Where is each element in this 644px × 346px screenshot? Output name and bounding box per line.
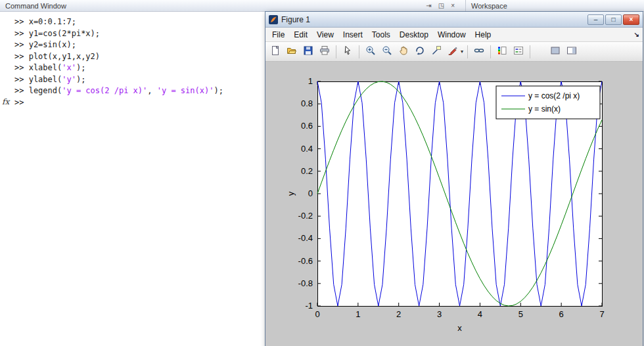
close-button[interactable]: ×	[623, 14, 639, 25]
show-plot-tools-button[interactable]	[564, 45, 579, 59]
svg-text:y = cos(2 /pi x): y = cos(2 /pi x)	[528, 91, 580, 100]
svg-text:y: y	[286, 191, 296, 196]
rotate-3d-button[interactable]	[413, 45, 427, 59]
figure-menubar: FileEditViewInsertToolsDesktopWindowHelp…	[265, 28, 643, 42]
code-text: );	[76, 75, 85, 84]
toolbar-separator	[490, 45, 491, 58]
code-text: );	[76, 63, 85, 72]
figure-window[interactable]: Figure 1 –□× FileEditViewInsertToolsDesk…	[265, 11, 643, 346]
zoom-in-button[interactable]	[363, 45, 378, 59]
insert-legend-icon	[513, 45, 524, 58]
svg-text:0.2: 0.2	[301, 166, 313, 176]
data-cursor-button[interactable]	[429, 45, 444, 59]
svg-text:-0.8: -0.8	[298, 278, 313, 288]
link-plot-icon	[474, 45, 484, 58]
toolbar-separator	[467, 45, 468, 58]
pan-icon	[398, 45, 409, 58]
svg-text:5: 5	[518, 309, 523, 319]
toolbar-separator	[359, 45, 359, 58]
insert-legend-button[interactable]	[511, 45, 526, 59]
code-text: >> x=0:0.1:7;	[14, 17, 76, 26]
code-text: >> y2=sin(x);	[14, 40, 76, 49]
code-text: >> ylabel(	[14, 75, 62, 84]
svg-text:-1: -1	[305, 301, 313, 311]
brush-icon	[448, 45, 458, 58]
pan-button[interactable]	[396, 45, 411, 59]
menu-item-insert[interactable]: Insert	[338, 29, 367, 41]
link-plot-button[interactable]	[472, 45, 486, 59]
svg-text:0.8: 0.8	[301, 98, 313, 108]
edit-plot-button[interactable]	[340, 45, 355, 59]
code-string: 'y = sin(x)'	[157, 86, 214, 95]
zoom-out-button[interactable]	[380, 45, 394, 59]
svg-text:-0.4: -0.4	[298, 233, 313, 243]
save-figure-button[interactable]	[301, 45, 315, 59]
code-string: 'y'	[62, 75, 76, 84]
zoom-out-icon	[382, 45, 392, 58]
menu-item-tools[interactable]: Tools	[367, 29, 395, 41]
menu-item-help[interactable]: Help	[471, 29, 496, 41]
figure-plot[interactable]: 01234567-1-0.8-0.6-0.4-0.200.20.40.60.81…	[265, 62, 643, 346]
new-figure-button[interactable]	[268, 45, 283, 59]
svg-text:0: 0	[315, 309, 319, 319]
figure-titlebar[interactable]: Figure 1 –□×	[265, 12, 643, 28]
insert-colorbar-icon	[497, 45, 507, 58]
open-file-icon	[287, 45, 297, 58]
command-window-title: Command Window	[5, 2, 66, 10]
show-plot-tools-icon	[566, 45, 577, 58]
code-string: 'x'	[62, 63, 76, 72]
svg-text:6: 6	[559, 309, 564, 319]
figure-toolbar: ▾	[265, 42, 643, 62]
svg-text:7: 7	[599, 309, 604, 319]
maximize-button[interactable]: □	[605, 14, 622, 25]
svg-text:0: 0	[308, 188, 313, 198]
dock-figure-icon[interactable]: ↘	[634, 31, 639, 38]
command-window-header-icons: ⇥◳×	[426, 1, 455, 11]
open-file-button[interactable]	[285, 45, 299, 59]
data-cursor-icon	[431, 45, 442, 58]
window-buttons: –□×	[587, 14, 639, 25]
toolbar-separator	[530, 45, 530, 58]
brush-dropdown-arrow-icon[interactable]: ▾	[461, 49, 463, 54]
dock-panel-icon[interactable]: ⇥	[426, 1, 431, 11]
workspace-header[interactable]: Workspace	[466, 0, 644, 12]
svg-text:-0.6: -0.6	[298, 256, 313, 266]
svg-text:0.4: 0.4	[301, 144, 313, 154]
code-text: >>	[14, 98, 24, 107]
code-text: >> legend(	[14, 86, 62, 95]
figure-title: Figure 1	[281, 15, 310, 24]
zoom-in-icon	[365, 45, 376, 58]
code-text: );	[214, 86, 223, 95]
hide-plot-tools-icon	[550, 45, 561, 58]
svg-text:x: x	[457, 323, 462, 333]
code-text: ,	[147, 86, 156, 95]
hide-plot-tools-button[interactable]	[548, 45, 563, 59]
command-window-header[interactable]: Command Window ⇥◳×	[0, 0, 466, 12]
new-figure-icon	[270, 45, 281, 58]
menu-item-desktop[interactable]: Desktop	[395, 29, 433, 41]
brush-button[interactable]	[446, 45, 460, 59]
menu-item-view[interactable]: View	[312, 29, 338, 41]
minimize-button[interactable]: –	[587, 14, 604, 25]
rotate-3d-icon	[415, 45, 425, 58]
matlab-desktop: Command Window ⇥◳× Workspace >> x=0:0.1:…	[0, 0, 644, 346]
menu-item-edit[interactable]: Edit	[289, 29, 312, 41]
fx-button[interactable]: fx	[2, 97, 9, 106]
svg-text:1: 1	[308, 76, 313, 86]
workspace-title: Workspace	[471, 2, 507, 10]
svg-text:3: 3	[437, 309, 442, 319]
svg-text:2: 2	[396, 309, 401, 319]
edit-plot-icon	[342, 45, 353, 58]
undock-panel-icon[interactable]: ◳	[438, 1, 444, 11]
svg-text:0.6: 0.6	[301, 121, 313, 131]
close-panel-icon[interactable]: ×	[451, 1, 455, 11]
print-figure-button[interactable]	[317, 45, 332, 59]
print-figure-icon	[319, 45, 330, 58]
save-figure-icon	[303, 45, 313, 58]
insert-colorbar-button[interactable]	[495, 45, 509, 59]
code-string: 'y = cos(2 /pi x)'	[62, 86, 147, 95]
menu-item-window[interactable]: Window	[433, 29, 471, 41]
menu-item-file[interactable]: File	[267, 29, 289, 41]
code-text: >> plot(x,y1,x,y2)	[14, 52, 100, 61]
toolbar-separator	[336, 45, 336, 58]
